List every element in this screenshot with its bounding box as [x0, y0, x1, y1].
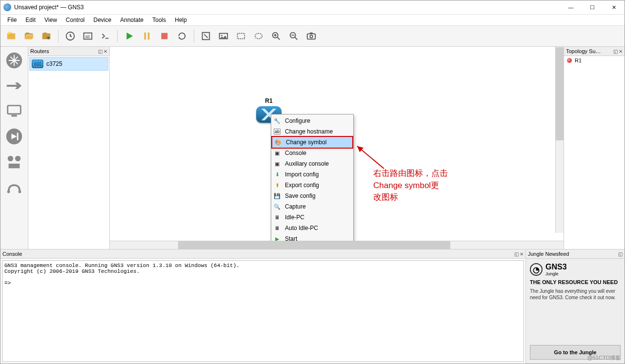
app-logo-icon	[3, 3, 11, 11]
zoom-in-button[interactable]	[268, 28, 284, 44]
console-panel-title: Console	[2, 251, 22, 257]
menu-control[interactable]: Control	[62, 16, 89, 24]
draw-ellipse-button[interactable]	[251, 28, 266, 44]
cm-change-hostname[interactable]: abChange hostname	[271, 126, 353, 137]
menu-device[interactable]: Device	[90, 16, 116, 24]
annotation-arrow-icon	[352, 144, 391, 173]
cm-aux-console[interactable]: ▣Auxiliary console	[271, 158, 353, 169]
maximize-button[interactable]: ☐	[582, 0, 603, 14]
menu-edit[interactable]: Edit	[21, 16, 40, 24]
routers-panel-title: Routers	[30, 48, 49, 54]
canvas-scrollbar-vertical[interactable]	[555, 47, 564, 233]
annotate-note-button[interactable]	[198, 28, 214, 44]
draw-rectangle-button[interactable]	[233, 28, 249, 44]
reload-all-button[interactable]	[174, 28, 190, 44]
canvas-scrollbar-horizontal[interactable]	[110, 241, 564, 249]
panel-close-icon[interactable]: ✕	[103, 49, 107, 54]
routers-panel: Routers ◱ ✕ c3725	[28, 47, 110, 249]
topology-panel-title: Topology Su…	[566, 48, 601, 54]
panel-undock-icon[interactable]: ◱	[618, 251, 623, 257]
menu-tools[interactable]: Tools	[148, 16, 170, 24]
cm-auto-idle-pc[interactable]: 🖩Auto Idle-PC	[271, 223, 353, 233]
screenshot-button[interactable]	[303, 28, 319, 44]
insert-image-button[interactable]	[216, 28, 231, 44]
svg-rect-5	[148, 33, 150, 40]
new-project-button[interactable]	[3, 28, 19, 44]
svg-rect-21	[17, 133, 19, 140]
panel-close-icon[interactable]: ✕	[520, 251, 524, 257]
all-devices-category-button[interactable]	[2, 150, 26, 173]
newsfeed-panel-title: Jungle Newsfeed	[528, 251, 569, 257]
start-all-button[interactable]	[121, 28, 137, 44]
console-output[interactable]: GNS3 management console. Running GNS3 ve…	[2, 260, 524, 362]
open-project-button[interactable]	[21, 28, 37, 44]
close-button[interactable]: ✕	[603, 0, 625, 14]
menubar: File Edit View Control Device Annotate T…	[0, 15, 625, 26]
cm-idle-pc[interactable]: 🖩Idle-PC	[271, 212, 353, 223]
cm-configure[interactable]: 🔧Configure	[271, 115, 353, 126]
add-link-button[interactable]	[2, 175, 26, 199]
app-window: Unsaved project* — GNS3 — ☐ ✕ File Edit …	[0, 0, 625, 364]
show-interface-labels-button[interactable]: ab	[80, 28, 96, 44]
panel-undock-icon[interactable]: ◱	[613, 49, 618, 54]
console-all-button[interactable]	[98, 28, 113, 44]
topology-item[interactable]: R1	[564, 56, 625, 65]
svg-rect-24	[9, 164, 20, 169]
newsfeed-panel-header: Jungle Newsfeed ◱	[526, 249, 625, 259]
svg-rect-18	[8, 106, 21, 114]
svg-rect-4	[144, 33, 146, 40]
routers-panel-header: Routers ◱ ✕	[28, 47, 109, 56]
canvas[interactable]: R1 🔧Configure abChange hostname 🎨Change …	[110, 47, 564, 241]
panel-undock-icon[interactable]: ◱	[514, 251, 519, 257]
save-icon: 💾	[273, 192, 281, 200]
panel-undock-icon[interactable]: ◱	[98, 49, 102, 54]
cm-capture[interactable]: 🔍Capture	[271, 201, 353, 212]
save-project-button[interactable]	[39, 28, 54, 44]
routers-category-button[interactable]	[2, 49, 26, 72]
switches-category-button[interactable]	[2, 74, 26, 97]
hostname-icon: ab	[273, 128, 281, 135]
panel-close-icon[interactable]: ✕	[619, 49, 623, 54]
cm-import-config[interactable]: ⬇Import config	[271, 169, 353, 180]
router-icon	[32, 59, 43, 68]
cm-export-config[interactable]: ⬆Export config	[271, 180, 353, 191]
snapshot-button[interactable]	[62, 28, 78, 44]
left-dock	[0, 47, 28, 249]
zoom-out-button[interactable]	[286, 28, 302, 44]
play-icon: ▶	[273, 235, 281, 241]
console-panel: Console ◱ ✕ GNS3 management console. Run…	[0, 249, 525, 364]
end-devices-category-button[interactable]	[2, 99, 26, 123]
svg-rect-6	[161, 33, 168, 39]
topology-panel: Topology Su… ◱ ✕ R1	[564, 47, 625, 249]
topology-panel-header: Topology Su… ◱ ✕	[564, 47, 625, 56]
topology-item-label: R1	[575, 57, 582, 63]
stop-all-button[interactable]	[157, 28, 172, 44]
import-icon: ⬇	[273, 171, 281, 178]
cm-console[interactable]: ▣Console	[271, 148, 353, 158]
node-label: R1	[256, 97, 282, 104]
svg-point-23	[15, 156, 20, 161]
svg-point-22	[8, 156, 13, 161]
svg-point-25	[7, 191, 10, 193]
calculator-icon: 🖩	[273, 213, 281, 221]
router-list-item[interactable]: c3725	[29, 57, 108, 71]
cm-start[interactable]: ▶Start	[271, 233, 353, 241]
svg-point-15	[310, 35, 313, 38]
newsfeed-text: The Jungle has everything you will ever …	[530, 288, 621, 301]
svg-point-0	[8, 32, 11, 35]
menu-annotate[interactable]: Annotate	[116, 16, 147, 24]
security-devices-category-button[interactable]	[2, 125, 26, 148]
svg-rect-14	[307, 34, 316, 39]
menu-file[interactable]: File	[3, 16, 20, 24]
menu-view[interactable]: View	[40, 16, 61, 24]
cm-change-symbol[interactable]: 🎨Change symbol	[271, 136, 353, 149]
menu-help[interactable]: Help	[171, 16, 191, 24]
suspend-all-button[interactable]	[139, 28, 155, 44]
svg-rect-19	[11, 115, 17, 117]
console-panel-header: Console ◱ ✕	[0, 249, 525, 259]
svg-rect-10	[238, 34, 245, 39]
minimize-button[interactable]: —	[560, 0, 582, 14]
cm-save-config[interactable]: 💾Save config	[271, 191, 353, 201]
export-icon: ⬆	[273, 181, 281, 189]
svg-text:ab: ab	[85, 34, 90, 39]
